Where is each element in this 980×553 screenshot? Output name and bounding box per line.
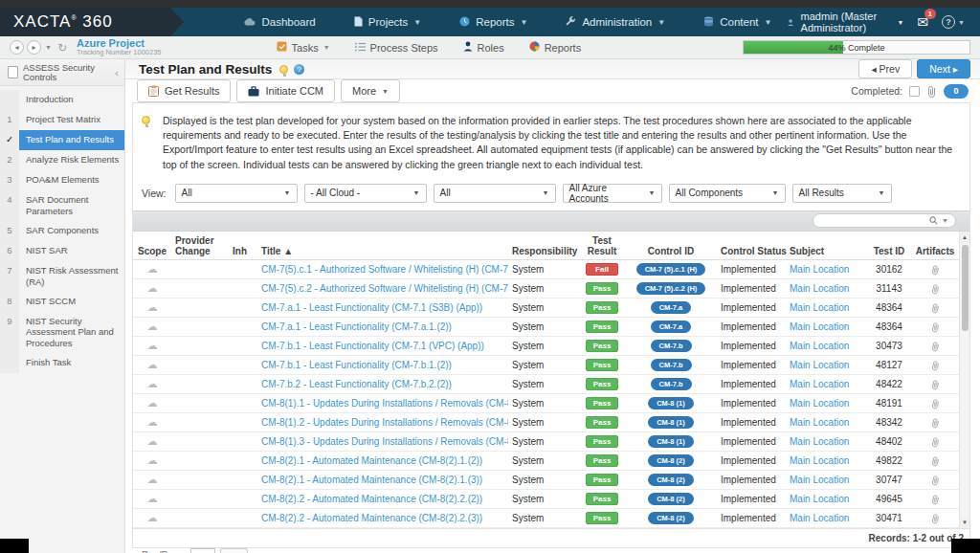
scope-cloud-icon[interactable]: ☁ xyxy=(133,340,171,352)
paperclip-icon[interactable] xyxy=(926,85,937,98)
test-result-badge[interactable]: Pass xyxy=(586,474,618,486)
search-caret-icon[interactable]: ▼ xyxy=(942,217,948,224)
project-menu-process-steps[interactable]: Process Steps xyxy=(355,42,438,54)
control-id-badge[interactable]: CM-8 (2) xyxy=(648,512,694,524)
test-title-link[interactable]: CM-7.b.1 - Least Functionality (CM-7.1 (… xyxy=(261,341,484,351)
artifact-paperclip-icon[interactable] xyxy=(914,416,956,428)
sidebar-item-project-test-matrix[interactable]: 1Project Test Matrix xyxy=(0,110,124,130)
test-result-badge[interactable]: Pass xyxy=(586,340,618,352)
control-id-badge[interactable]: CM-7.a xyxy=(651,321,692,333)
test-title-link[interactable]: CM-7(5).c.1 - Authorized Software / Whit… xyxy=(261,264,508,275)
subject-link[interactable]: Main Location xyxy=(790,360,849,370)
scroll-down-icon[interactable]: ▼ xyxy=(960,517,969,528)
test-title-link[interactable]: CM-8(2).2 - Automated Maintenance (CM-8(… xyxy=(261,494,482,504)
completed-checkbox[interactable] xyxy=(909,86,920,97)
artifact-paperclip-icon[interactable] xyxy=(914,435,956,447)
refresh-icon[interactable]: ↻ xyxy=(57,41,67,55)
get-results-button[interactable]: Get Results xyxy=(137,79,231,102)
scope-cloud-icon[interactable]: ☁ xyxy=(133,321,171,333)
search-box[interactable]: ▼ xyxy=(813,213,956,228)
set-button[interactable]: Set xyxy=(220,548,249,553)
nav-item-projects[interactable]: Projects▼ xyxy=(339,8,436,36)
control-id-badge[interactable]: CM-8 (2) xyxy=(648,474,694,486)
subject-link[interactable]: Main Location xyxy=(790,341,849,351)
filter-select-4[interactable]: All Azure Accounts▼ xyxy=(563,184,662,203)
filter-select-2[interactable]: - All Cloud -▼ xyxy=(304,184,427,203)
filter-select-1[interactable]: All▼ xyxy=(175,184,298,203)
test-title-link[interactable]: CM-8(1).1 - Updates During Installations… xyxy=(261,398,508,409)
test-result-badge[interactable]: Pass xyxy=(586,416,618,429)
artifact-paperclip-icon[interactable] xyxy=(914,340,956,351)
test-result-badge[interactable]: Pass xyxy=(586,435,618,448)
sidebar-item-nist-security-assessment-plan-and-procedures[interactable]: 9NIST Security Assessment Plan and Proce… xyxy=(0,312,124,354)
nav-item-administration[interactable]: Administration▼ xyxy=(550,8,680,36)
control-id-badge[interactable]: CM-7.b xyxy=(651,340,692,352)
test-result-badge[interactable]: Fail xyxy=(586,263,618,276)
test-title-link[interactable]: CM-7.a.1 - Least Functionality (CM-7.1 (… xyxy=(261,302,482,313)
control-id-badge[interactable]: CM-7.b xyxy=(651,359,692,371)
back-button[interactable]: ◂ xyxy=(10,40,24,55)
filter-select-3[interactable]: All▼ xyxy=(434,184,556,203)
user-menu[interactable]: madmin (Master Administrator) ▼ xyxy=(787,11,903,33)
artifact-paperclip-icon[interactable] xyxy=(914,454,956,466)
scope-cloud-icon[interactable]: ☁ xyxy=(133,435,171,448)
attachments-badge[interactable]: 0 xyxy=(944,84,969,99)
control-id-badge[interactable]: CM-7 (5).c.1 (H) xyxy=(636,263,706,276)
test-result-badge[interactable]: Pass xyxy=(586,493,618,505)
sidebar-item-introduction[interactable]: Introduction xyxy=(0,90,124,110)
sidebar-item-sar-components[interactable]: 5SAR Components xyxy=(0,221,124,241)
control-id-badge[interactable]: CM-8 (2) xyxy=(648,493,694,505)
test-title-link[interactable]: CM-8(2).2 - Automated Maintenance (CM-8(… xyxy=(261,513,482,523)
control-id-badge[interactable]: CM-7 (5).c.2 (H) xyxy=(636,282,706,295)
nav-item-dashboard[interactable]: Dashboard xyxy=(228,8,330,36)
control-id-badge[interactable]: CM-7.a xyxy=(651,301,692,314)
tip-bulb-icon[interactable] xyxy=(279,65,288,74)
artifact-paperclip-icon[interactable] xyxy=(914,493,956,504)
subject-link[interactable]: Main Location xyxy=(790,436,849,447)
next-button[interactable]: Next ▸ xyxy=(917,59,970,78)
subject-link[interactable]: Main Location xyxy=(790,264,849,275)
project-menu-tasks[interactable]: Tasks▼ xyxy=(277,41,330,54)
scope-cloud-icon[interactable]: ☁ xyxy=(133,282,171,295)
subject-link[interactable]: Main Location xyxy=(790,283,849,294)
scope-cloud-icon[interactable]: ☁ xyxy=(133,416,171,429)
artifact-paperclip-icon[interactable] xyxy=(914,474,956,485)
control-id-badge[interactable]: CM-8 (1) xyxy=(648,435,694,448)
test-title-link[interactable]: CM-7.b.1 - Least Functionality (CM-7.b.1… xyxy=(261,360,452,370)
sidebar-item-sar-document-parameters[interactable]: 4SAR Document Parameters xyxy=(0,190,124,221)
subject-link[interactable]: Main Location xyxy=(790,302,849,313)
artifact-paperclip-icon[interactable] xyxy=(914,263,956,275)
control-id-badge[interactable]: CM-8 (1) xyxy=(648,416,694,429)
scrollbar-track[interactable] xyxy=(960,243,969,517)
page-help-icon[interactable]: ? xyxy=(294,64,304,75)
test-title-link[interactable]: CM-8(2).1 - Automated Maintenance (CM-8(… xyxy=(261,475,482,485)
sidebar-item-finish-task[interactable]: Finish Task xyxy=(0,353,124,373)
artifact-paperclip-icon[interactable] xyxy=(914,397,956,409)
scope-cloud-icon[interactable]: ☁ xyxy=(133,378,171,390)
artifact-paperclip-icon[interactable] xyxy=(914,301,956,313)
nav-item-reports[interactable]: Reports▼ xyxy=(444,8,543,36)
table-scrollbar[interactable]: ▲ ▼ xyxy=(959,232,969,528)
sidebar-collapse-icon[interactable]: ‹ xyxy=(113,67,121,78)
prev-button[interactable]: ◂ Prev xyxy=(858,59,912,78)
project-title-block[interactable]: Azure Project Tracking Number 1000235 xyxy=(77,38,162,56)
scope-cloud-icon[interactable]: ☁ xyxy=(133,301,171,314)
subject-link[interactable]: Main Location xyxy=(790,398,849,409)
forward-button[interactable]: ▸ xyxy=(27,40,41,55)
scope-cloud-icon[interactable]: ☁ xyxy=(133,493,171,505)
nav-item-content[interactable]: Content▼ xyxy=(688,8,787,36)
test-result-badge[interactable]: Pass xyxy=(586,359,618,371)
test-result-badge[interactable]: Pass xyxy=(586,301,618,314)
artifact-paperclip-icon[interactable] xyxy=(914,359,956,370)
subject-link[interactable]: Main Location xyxy=(790,379,849,389)
sidebar-item-analyze-risk-elements[interactable]: 2Analyze Risk Elements xyxy=(0,150,124,170)
app-logo[interactable]: XACTA® 360 xyxy=(0,8,170,36)
sidebar-item-nist-risk-assessment-ra-[interactable]: 7NIST Risk Assessment (RA) xyxy=(0,261,124,292)
filter-select-5[interactable]: All Components▼ xyxy=(669,184,786,203)
project-menu-roles[interactable]: Roles xyxy=(463,41,504,54)
mail-button[interactable]: ✉ 1 xyxy=(917,14,928,30)
more-button[interactable]: More ▼ xyxy=(341,79,400,102)
subject-link[interactable]: Main Location xyxy=(790,475,849,485)
scroll-up-icon[interactable]: ▲ xyxy=(960,232,969,243)
scope-cloud-icon[interactable]: ☁ xyxy=(133,359,171,371)
